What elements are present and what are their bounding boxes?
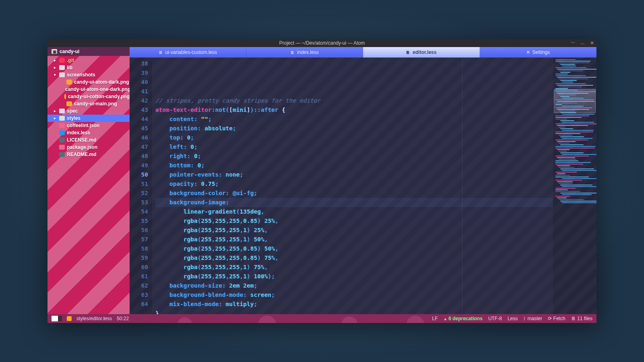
tree-folder[interactable]: ▾screenshots	[47, 71, 130, 78]
status-encoding[interactable]: UTF-8	[488, 316, 502, 321]
tree-file[interactable]: README.md	[47, 151, 130, 158]
code-line[interactable]: rgba(255,255,255,1) 75%,	[155, 263, 553, 272]
tree-file[interactable]: candy-ui-atom-one-dark.png	[47, 86, 130, 93]
line-number[interactable]: 50	[130, 170, 148, 179]
code-line[interactable]: opacity: 0.75;	[155, 179, 553, 189]
disclosure-arrow-icon: ▸	[54, 66, 57, 70]
status-fetch[interactable]: ⟳ Fetch	[548, 316, 565, 321]
status-git-branch[interactable]: ᛓ master	[523, 316, 542, 321]
line-number[interactable]: 44	[130, 115, 148, 124]
line-number[interactable]: 59	[130, 253, 148, 263]
editor-body[interactable]: 3839404142434445464748495051525354555657…	[130, 58, 597, 314]
minimap-line	[557, 197, 567, 198]
tree-file[interactable]: coffeelint.json	[47, 122, 130, 129]
minimap-viewport[interactable]	[554, 89, 596, 113]
code-line[interactable]: bottom: 0;	[155, 161, 553, 170]
tree-view[interactable]: ▣ candy-ui ▸.git▸lib▾screenshotscandy-ui…	[47, 47, 130, 314]
code-line[interactable]: content: "";	[155, 115, 553, 124]
code-line[interactable]: atom-text-editor:not([mini])::after {	[155, 105, 553, 115]
tab-file[interactable]: 🗎editor.less	[363, 47, 480, 58]
code-line[interactable]: rgba(255,255,255,0.85) 75%,	[155, 253, 553, 263]
minimap-line	[560, 152, 584, 153]
minimap-line	[555, 172, 577, 173]
line-number[interactable]: 60	[130, 263, 148, 272]
code-line[interactable]: rgba(255,255,255,1) 50%,	[155, 235, 553, 244]
line-number[interactable]: 48	[130, 152, 148, 161]
tree-file[interactable]: LICENSE.md	[47, 136, 130, 144]
disclosure-arrow-icon: ▾	[54, 73, 57, 77]
code-line[interactable]: background-color: @ui-fg;	[155, 189, 553, 198]
code-line[interactable]: rgba(255,255,255,0.85) 50%,	[155, 244, 553, 253]
code-line[interactable]: position: absolute;	[155, 124, 553, 133]
close-button[interactable]: ✕	[590, 40, 594, 46]
status-files[interactable]: 🗎 11 files	[571, 316, 592, 321]
maximize-button[interactable]: ︿	[580, 40, 585, 47]
tree-file[interactable]: candy-ui-main.png	[47, 100, 130, 107]
img-icon	[64, 94, 66, 99]
line-number[interactable]: 46	[130, 133, 148, 142]
line-number[interactable]: 49	[130, 161, 148, 170]
file-icon: 🗎	[159, 50, 163, 55]
tree-folder[interactable]: ▸.git	[47, 57, 130, 64]
line-number[interactable]: 42	[130, 96, 148, 105]
code-line[interactable]: background-image:	[155, 198, 553, 207]
code-line[interactable]: // stripes, pretty candy stripes for the…	[155, 96, 553, 105]
line-number[interactable]: 58	[130, 244, 148, 253]
line-number[interactable]: 41	[130, 87, 148, 96]
line-number[interactable]: 54	[130, 207, 148, 216]
line-number[interactable]: 62	[130, 281, 148, 290]
status-file-path[interactable]: styles/editor.less	[76, 316, 112, 321]
line-number[interactable]: 55	[130, 216, 148, 226]
status-mode-icon[interactable]	[52, 316, 62, 321]
line-number[interactable]: 63	[130, 290, 148, 300]
code-line[interactable]: rgba(255,255,255,1) 100%);	[155, 272, 553, 281]
code-line[interactable]: }	[155, 309, 553, 314]
line-number[interactable]: 39	[130, 68, 148, 78]
tree-folder[interactable]: ▸styles	[47, 115, 130, 122]
tree-file[interactable]: index.less	[47, 129, 130, 136]
code-line[interactable]: linear-gradient(135deg,	[155, 207, 553, 216]
minimap[interactable]	[553, 58, 597, 314]
code-line[interactable]: right: 0;	[155, 152, 553, 161]
code-line[interactable]: rgba(255,255,255,0.85) 25%,	[155, 216, 553, 226]
code-line[interactable]: left: 0;	[155, 142, 553, 152]
status-deprecations[interactable]: 6 deprecations	[443, 316, 482, 321]
minimap-line	[562, 122, 594, 123]
line-number[interactable]: 47	[130, 142, 148, 152]
line-number[interactable]: 64	[130, 300, 148, 309]
line-number[interactable]: 51	[130, 179, 148, 189]
line-number[interactable]: 40	[130, 78, 148, 87]
tree-folder[interactable]: ▸spec	[47, 107, 130, 115]
tree-file[interactable]: candy-ui-atom-dark.png	[47, 78, 130, 86]
line-number[interactable]: 56	[130, 226, 148, 235]
code-line[interactable]: background-size: 2em 2em;	[155, 281, 553, 290]
tab-file[interactable]: 🗎index.less	[246, 47, 363, 58]
minimize-button[interactable]: ﹀	[571, 40, 576, 47]
tree-folder[interactable]: ▸lib	[47, 64, 130, 71]
code-line[interactable]: pointer-events: none;	[155, 170, 553, 179]
line-number[interactable]: 52	[130, 189, 148, 198]
wrap-guide	[462, 58, 462, 314]
code-line[interactable]: mix-blend-mode: multiply;	[155, 300, 553, 309]
line-number[interactable]: 57	[130, 235, 148, 244]
titlebar[interactable]: Project — ~/Dev/atom/candy-ui — Atom ﹀ ︿…	[47, 39, 597, 47]
tab-file[interactable]: 🗎ui-variables-custom.less	[130, 47, 246, 58]
status-cursor-position[interactable]: 50:22	[117, 316, 129, 321]
line-number[interactable]: 45	[130, 124, 148, 133]
tab-settings[interactable]: ✕Settings	[480, 47, 597, 58]
tree-file[interactable]: package.json	[47, 144, 130, 151]
code-line[interactable]: top: 0;	[155, 133, 553, 142]
line-number[interactable]: 38	[130, 59, 148, 68]
minimap-line	[555, 196, 570, 197]
line-number[interactable]: 43	[130, 105, 148, 115]
project-header[interactable]: ▣ candy-ui	[47, 47, 130, 56]
status-line-ending[interactable]: LF	[432, 316, 438, 321]
code-line[interactable]: rgba(255,255,255,1) 25%,	[155, 226, 553, 235]
code-area[interactable]: // stripes, pretty candy stripes for the…	[152, 58, 553, 314]
code-line[interactable]	[155, 87, 553, 96]
status-grammar[interactable]: Less	[508, 316, 518, 321]
line-number[interactable]: 61	[130, 272, 148, 281]
code-line[interactable]: background-blend-mode: screen;	[155, 290, 553, 300]
line-number[interactable]: 53	[130, 198, 148, 207]
tree-file[interactable]: candy-ui-cotton-candy.png	[47, 93, 130, 100]
